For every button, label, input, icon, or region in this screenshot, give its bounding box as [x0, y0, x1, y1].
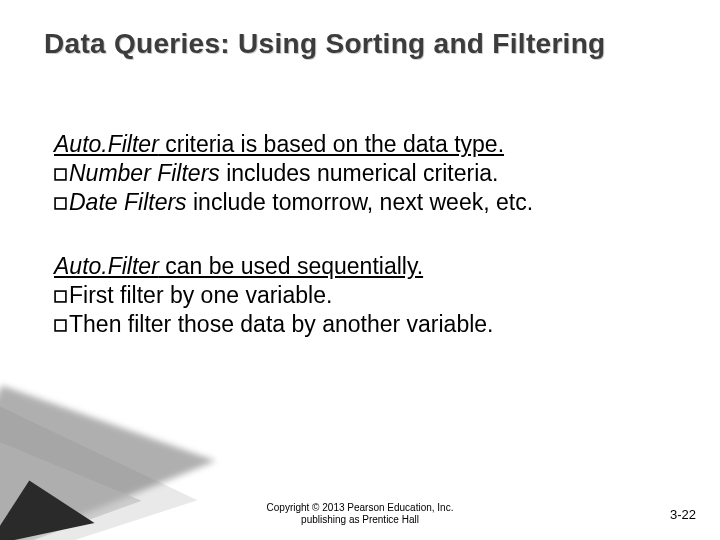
page-number: 3-22: [670, 507, 696, 522]
section-1-heading-rest: criteria is based on the data type.: [159, 131, 504, 157]
section-1-heading: Auto.Filter criteria is based on the dat…: [54, 130, 533, 159]
bullet-3-text: First filter by one variable.: [69, 282, 332, 308]
bullet-4: Then filter those data by another variab…: [54, 310, 533, 339]
section-2-heading: Auto.Filter can be used sequentially.: [54, 252, 533, 281]
bullet-2-rest: include tomorrow, next week, etc.: [187, 189, 533, 215]
square-bullet-icon: [54, 188, 67, 217]
bullet-1: Number Filters includes numerical criter…: [54, 159, 533, 188]
bullet-3: First filter by one variable.: [54, 281, 533, 310]
copyright-line-2: publishing as Prentice Hall: [0, 514, 720, 526]
square-bullet-icon: [54, 159, 67, 188]
copyright-footer: Copyright © 2013 Pearson Education, Inc.…: [0, 502, 720, 526]
copyright-line-1: Copyright © 2013 Pearson Education, Inc.: [0, 502, 720, 514]
section-2-heading-italic: Auto.Filter: [54, 253, 159, 279]
section-2: Auto.Filter can be used sequentially. Fi…: [54, 252, 533, 338]
bullet-1-rest: includes numerical criteria.: [220, 160, 499, 186]
svg-rect-1: [55, 198, 66, 209]
svg-rect-3: [55, 320, 66, 331]
svg-rect-0: [55, 169, 66, 180]
square-bullet-icon: [54, 281, 67, 310]
section-2-heading-rest: can be used sequentially.: [159, 253, 423, 279]
slide-body: Auto.Filter criteria is based on the dat…: [54, 130, 533, 375]
bullet-2: Date Filters include tomorrow, next week…: [54, 188, 533, 217]
slide-title: Data Queries: Using Sorting and Filterin…: [44, 28, 605, 60]
bullet-2-italic: Date Filters: [69, 189, 187, 215]
svg-rect-2: [55, 291, 66, 302]
square-bullet-icon: [54, 310, 67, 339]
section-1: Auto.Filter criteria is based on the dat…: [54, 130, 533, 216]
section-1-heading-italic: Auto.Filter: [54, 131, 159, 157]
bullet-1-italic: Number Filters: [69, 160, 220, 186]
bullet-4-text: Then filter those data by another variab…: [69, 311, 493, 337]
